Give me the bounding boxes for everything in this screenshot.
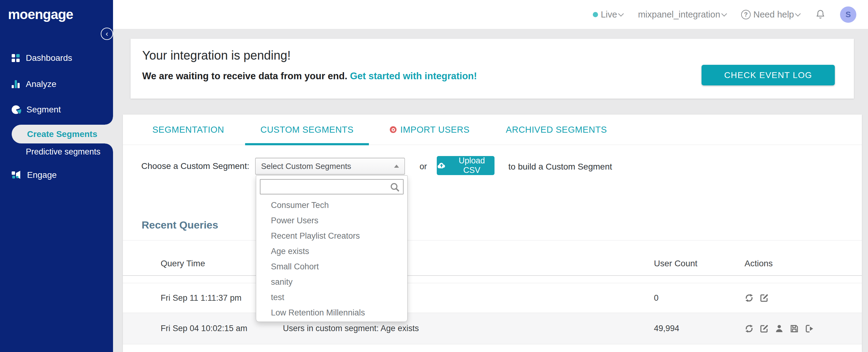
- red-target-icon: [390, 126, 397, 133]
- get-started-link[interactable]: Get started with integration!: [350, 71, 477, 82]
- megaphone-icon: [12, 171, 21, 180]
- section-divider: [123, 240, 862, 241]
- project-dropdown[interactable]: mixpanel_integration: [638, 9, 727, 20]
- sidebar-item-label: Segment: [26, 105, 61, 115]
- sidebar-item-create-segments[interactable]: Create Segments: [12, 125, 113, 143]
- refresh-icon[interactable]: [745, 293, 754, 302]
- cloud-upload-icon: [437, 161, 446, 170]
- segments-card: SEGMENTATION CUSTOM SEGMENTS IMPORT USER…: [123, 115, 862, 352]
- chevron-down-icon: [795, 11, 800, 16]
- sidebar-item-engage[interactable]: Engage: [0, 166, 113, 184]
- chooser-suffix: to build a Custom Segment: [508, 162, 612, 172]
- tab-label: IMPORT USERS: [400, 125, 470, 135]
- triangle-up-icon: [394, 165, 399, 168]
- upload-csv-label: Upload CSV: [449, 156, 495, 175]
- bar-chart-icon: [12, 80, 20, 88]
- sidebar-collapse-button[interactable]: ‹: [101, 28, 113, 40]
- integration-banner: Your integration is pending! We are wait…: [130, 39, 854, 99]
- table-header-divider: [123, 275, 862, 276]
- or-label: or: [420, 162, 427, 171]
- pie-chart-icon: [12, 105, 20, 114]
- env-label: Live: [601, 9, 617, 20]
- sidebar-item-segment[interactable]: Segment: [0, 101, 113, 118]
- pill-top-corner: [105, 117, 113, 125]
- chevron-down-icon: [721, 11, 727, 16]
- segment-option[interactable]: Consumer Tech: [256, 197, 407, 213]
- help-label: Need help: [753, 9, 794, 20]
- refresh-icon[interactable]: [745, 324, 754, 333]
- col-user-count: User Count: [654, 259, 745, 268]
- tab-segmentation[interactable]: SEGMENTATION: [137, 115, 240, 145]
- row-actions: [745, 324, 862, 333]
- upload-csv-button[interactable]: Upload CSV: [437, 156, 495, 175]
- segment-options-list: Consumer Tech Power Users Recent Playlis…: [256, 197, 407, 320]
- search-icon: [390, 182, 401, 193]
- user-count: 0: [654, 293, 745, 303]
- segment-option[interactable]: Power Users: [256, 213, 407, 228]
- table-row: Fri Sep 04 10:02:15 am Users in custom s…: [123, 313, 862, 344]
- grid-icon: [12, 54, 20, 62]
- sidebar-item-label: Analyze: [26, 79, 57, 89]
- env-dropdown[interactable]: Live: [593, 9, 624, 20]
- table-row: Fri Sep 11 1:11:37 pm 0: [123, 283, 862, 313]
- recent-queries-heading: Recent Queries: [142, 219, 218, 231]
- segment-option[interactable]: Recent Playlist Creators: [256, 228, 407, 244]
- banner-title: Your integration is pending!: [142, 49, 290, 62]
- banner-subtitle: We are waiting to receive data from your…: [142, 71, 477, 82]
- tab-import-users[interactable]: IMPORT USERS: [374, 115, 485, 145]
- live-status-dot: [593, 12, 598, 17]
- custom-segments-select[interactable]: Select Custom Segments: [255, 158, 405, 174]
- moengage-logo: moengage: [8, 7, 73, 22]
- query-time: Fri Sep 04 10:02:15 am: [161, 324, 283, 333]
- sidebar-item-label: Engage: [27, 170, 57, 180]
- sidebar-item-label: Dashboards: [26, 53, 72, 63]
- edit-icon[interactable]: [760, 293, 769, 302]
- custom-segments-dropdown-panel: Consumer Tech Power Users Recent Playlis…: [256, 175, 408, 322]
- notifications-button[interactable]: [815, 9, 826, 20]
- user-count: 49,994: [654, 324, 745, 333]
- segment-option[interactable]: sanity: [256, 274, 407, 290]
- sidebar-item-dashboards[interactable]: Dashboards: [0, 50, 113, 67]
- help-dropdown[interactable]: ? Need help: [741, 9, 801, 20]
- question-mark-icon: ?: [741, 10, 751, 19]
- check-event-log-button[interactable]: CHECK EVENT LOG: [702, 65, 835, 85]
- tab-custom-segments[interactable]: CUSTOM SEGMENTS: [245, 115, 369, 145]
- tab-bar: SEGMENTATION CUSTOM SEGMENTS IMPORT USER…: [123, 115, 862, 145]
- col-actions: Actions: [745, 259, 862, 268]
- chooser-label: Choose a Custom Segment:: [141, 161, 249, 171]
- topbar: Live mixpanel_integration ? Need help S: [113, 0, 868, 29]
- app-window: Live mixpanel_integration ? Need help S …: [0, 0, 868, 352]
- avatar[interactable]: S: [840, 6, 856, 23]
- export-icon[interactable]: [805, 324, 814, 333]
- banner-subtitle-text: We are waiting to receive data from your…: [142, 71, 347, 82]
- select-value: Select Custom Segments: [261, 162, 351, 171]
- segment-option[interactable]: Age exists: [256, 244, 407, 259]
- row-actions: [745, 293, 862, 302]
- tab-archived-segments[interactable]: ARCHIVED SEGMENTS: [491, 115, 622, 145]
- segment-option[interactable]: test: [256, 290, 407, 305]
- segment-search-box: [260, 179, 404, 194]
- edit-icon[interactable]: [760, 324, 769, 333]
- table-header: Query Time User Count Actions: [123, 256, 862, 271]
- segment-option[interactable]: Low Retention Millennials: [256, 305, 407, 320]
- project-name: mixpanel_integration: [638, 9, 720, 20]
- segment-search-input[interactable]: [260, 180, 403, 194]
- sidebar: moengage Dashboards Analyze Segment Crea…: [0, 0, 113, 352]
- segment-option[interactable]: Small Cohort: [256, 259, 407, 274]
- sidebar-item-predictive-segments[interactable]: Predictive segments: [26, 144, 100, 160]
- chevron-down-icon: [618, 11, 624, 16]
- bell-icon: [815, 9, 826, 20]
- sidebar-item-analyze[interactable]: Analyze: [0, 75, 113, 93]
- query-description: Users in custom segment: Age exists: [283, 324, 654, 333]
- pill-bottom-corner: [105, 143, 113, 152]
- save-icon[interactable]: [790, 324, 799, 333]
- user-icon[interactable]: [775, 324, 784, 333]
